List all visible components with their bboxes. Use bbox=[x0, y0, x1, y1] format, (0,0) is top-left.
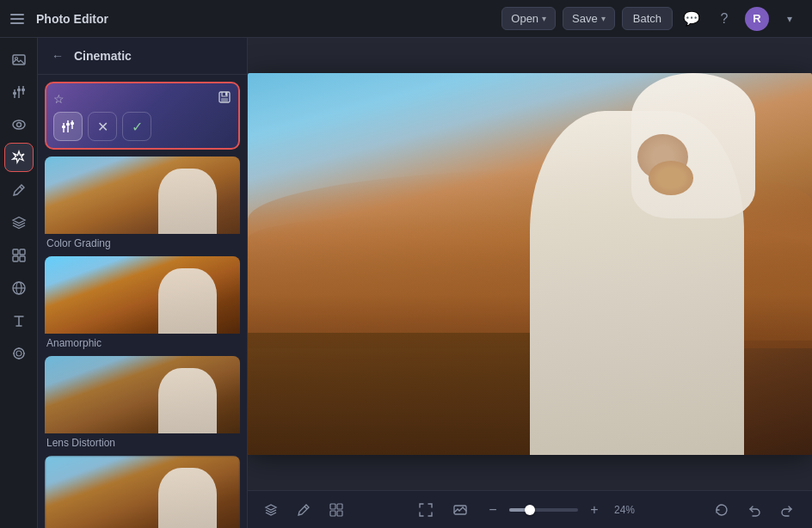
effect-controls: ✕ ✓ bbox=[53, 112, 231, 141]
resize-icon[interactable] bbox=[447, 497, 473, 523]
edit-icon[interactable] bbox=[292, 499, 315, 521]
photo-sim-cg bbox=[45, 157, 240, 234]
confirm-effect-button[interactable]: ✓ bbox=[122, 112, 151, 141]
svg-rect-11 bbox=[20, 249, 25, 255]
svg-rect-13 bbox=[20, 256, 25, 261]
main-area: ← Cinematic ☆ bbox=[0, 38, 812, 528]
svg-point-9 bbox=[16, 123, 21, 127]
adjust-effect-button[interactable] bbox=[53, 112, 83, 141]
star-icon[interactable]: ☆ bbox=[53, 92, 65, 106]
effects-panel: ← Cinematic ☆ bbox=[38, 38, 248, 528]
panel-list: ☆ bbox=[38, 75, 247, 528]
zoom-controls: − + bbox=[482, 499, 606, 521]
figure-ld bbox=[158, 368, 217, 434]
topbar: Photo Editor Open ▾ Save ▾ Batch 💬 ? R ▾ bbox=[0, 0, 812, 38]
sidebar-item-photos[interactable] bbox=[4, 45, 34, 74]
grid-icon[interactable] bbox=[325, 499, 348, 521]
photo-sim-wb bbox=[45, 456, 240, 528]
icon-sidebar bbox=[0, 38, 38, 528]
cancel-effect-button[interactable]: ✕ bbox=[88, 112, 117, 141]
figure-cg bbox=[158, 169, 217, 235]
svg-rect-7 bbox=[22, 89, 25, 91]
sidebar-item-text[interactable] bbox=[4, 306, 34, 335]
svg-point-17 bbox=[14, 348, 24, 359]
svg-point-8 bbox=[13, 120, 25, 129]
warped-blur-thumb bbox=[45, 456, 240, 528]
anamorphic-label: Anamorphic bbox=[45, 334, 240, 349]
color-grading-thumb bbox=[45, 157, 240, 234]
save-button[interactable]: Save ▾ bbox=[563, 7, 615, 30]
svg-rect-34 bbox=[330, 511, 335, 516]
svg-rect-6 bbox=[13, 92, 16, 95]
zoom-out-button[interactable]: − bbox=[482, 499, 504, 521]
back-button[interactable]: ← bbox=[48, 46, 67, 65]
sidebar-item-globe[interactable] bbox=[4, 273, 34, 303]
color-grading-label: Color Grading bbox=[45, 234, 240, 249]
lens-distortion-thumb bbox=[45, 356, 240, 433]
zoom-slider-thumb bbox=[525, 505, 535, 515]
svg-rect-32 bbox=[330, 504, 335, 509]
photo-sim-am bbox=[45, 256, 240, 334]
topbar-right: 💬 ? R ▾ bbox=[680, 7, 802, 31]
svg-rect-33 bbox=[337, 504, 342, 509]
bottom-bar: − + 24% bbox=[248, 490, 812, 528]
photo-sim-ld bbox=[45, 356, 240, 433]
open-chevron: ▾ bbox=[542, 14, 546, 23]
color-grading-card[interactable]: Color Grading bbox=[45, 157, 240, 249]
sidebar-item-view[interactable] bbox=[4, 110, 34, 139]
svg-rect-24 bbox=[225, 92, 227, 95]
svg-rect-29 bbox=[66, 123, 70, 126]
chat-icon[interactable]: 💬 bbox=[680, 7, 704, 31]
help-icon[interactable]: ? bbox=[712, 7, 736, 31]
bottom-left-tools bbox=[260, 499, 348, 521]
rotate-left-icon[interactable] bbox=[709, 497, 735, 523]
panel-title: Cinematic bbox=[74, 49, 132, 63]
batch-button[interactable]: Batch bbox=[622, 7, 673, 30]
bottom-center-tools: − + 24% bbox=[413, 497, 643, 523]
photo-canvas bbox=[248, 73, 812, 455]
svg-point-18 bbox=[16, 351, 22, 356]
sidebar-item-effects[interactable] bbox=[4, 143, 34, 172]
save-to-presets-icon[interactable] bbox=[218, 90, 231, 107]
zoom-percent: 24% bbox=[614, 504, 643, 516]
chevron-down-icon[interactable]: ▾ bbox=[778, 7, 802, 31]
effect-card-active-top: ☆ bbox=[53, 90, 231, 107]
open-button[interactable]: Open ▾ bbox=[501, 7, 556, 30]
sidebar-item-stamp[interactable] bbox=[4, 339, 34, 368]
svg-rect-30 bbox=[62, 126, 65, 128]
active-effect-card[interactable]: ☆ bbox=[45, 82, 240, 150]
save-chevron: ▾ bbox=[601, 14, 606, 23]
svg-rect-12 bbox=[13, 256, 18, 261]
svg-rect-25 bbox=[221, 98, 228, 101]
canvas-face bbox=[649, 161, 693, 195]
redo-icon[interactable] bbox=[774, 497, 800, 523]
lens-distortion-card[interactable]: Lens Distortion bbox=[45, 356, 240, 449]
sidebar-item-brush[interactable] bbox=[4, 175, 34, 205]
layers-icon[interactable] bbox=[260, 499, 282, 521]
bottom-right-tools bbox=[709, 497, 800, 523]
panel-header: ← Cinematic bbox=[38, 38, 247, 75]
topbar-center: Open ▾ Save ▾ Batch bbox=[501, 7, 673, 30]
warped-blur-card[interactable]: Warped Blur bbox=[45, 456, 240, 528]
canvas-viewport bbox=[248, 38, 812, 490]
sidebar-item-layers[interactable] bbox=[4, 208, 34, 237]
app-title: Photo Editor bbox=[36, 12, 108, 26]
sidebar-item-objects[interactable] bbox=[4, 241, 34, 270]
menu-icon[interactable] bbox=[10, 9, 29, 28]
anamorphic-card[interactable]: Anamorphic bbox=[45, 256, 240, 349]
lens-distortion-label: Lens Distortion bbox=[45, 433, 240, 449]
zoom-slider[interactable] bbox=[509, 508, 578, 512]
anamorphic-thumb bbox=[45, 256, 240, 334]
undo-icon[interactable] bbox=[741, 497, 767, 523]
svg-rect-35 bbox=[337, 511, 342, 516]
figure-wb bbox=[158, 468, 217, 529]
zoom-in-button[interactable]: + bbox=[583, 499, 606, 521]
svg-rect-31 bbox=[71, 122, 74, 125]
topbar-left: Photo Editor bbox=[10, 9, 495, 28]
svg-rect-10 bbox=[13, 249, 18, 255]
fullscreen-icon[interactable] bbox=[413, 497, 439, 523]
canvas-area: − + 24% bbox=[248, 38, 812, 528]
sidebar-item-adjust[interactable] bbox=[4, 77, 34, 107]
avatar[interactable]: R bbox=[745, 7, 769, 31]
svg-rect-5 bbox=[17, 89, 21, 91]
